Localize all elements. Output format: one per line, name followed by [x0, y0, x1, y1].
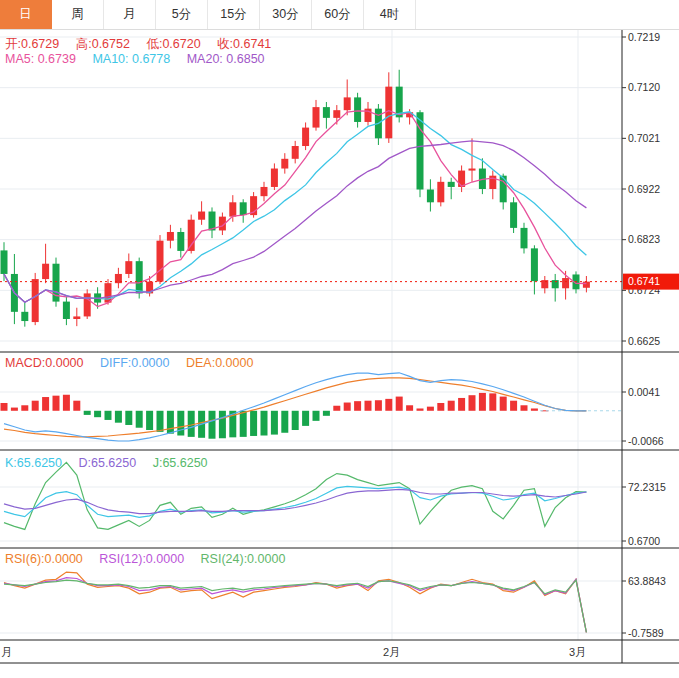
candle-down — [136, 261, 143, 293]
macd-bar-positive — [385, 399, 392, 411]
axis-tick-label: 0.6700 — [628, 535, 660, 547]
macd-bar-positive — [448, 401, 455, 411]
candle-up — [188, 220, 195, 251]
macd-bar-negative — [136, 411, 143, 428]
candle-up — [125, 261, 132, 274]
macd-bar-positive — [406, 405, 413, 410]
axis-tick-label: 0.7021 — [628, 132, 660, 144]
macd-bar-negative — [125, 411, 132, 425]
macd-bar-negative — [281, 411, 288, 433]
macd-bar-positive — [63, 395, 70, 411]
macd-bar-negative — [323, 411, 330, 416]
kdj-readout: K:65.6250 D:65.6250 J:65.6250 — [5, 456, 221, 470]
rsi-readout: RSI(6):0.0000 RSI(12):0.0000 RSI(24):0.0… — [5, 552, 298, 566]
ma10-value: MA10: 0.6778 — [92, 52, 170, 66]
macd-histogram — [1, 393, 549, 439]
trading-chart-app: 日 周 月 5分 15分 30分 60分 4时 0.72190.71200.70… — [0, 0, 679, 678]
macd-bar-positive — [365, 401, 372, 411]
k-value: K:65.6250 — [5, 456, 62, 470]
ma10-line — [4, 112, 586, 302]
chart-canvas[interactable]: 0.72190.71200.70210.69220.68230.67240.66… — [0, 0, 679, 678]
low-value: 低:0.6720 — [146, 37, 200, 51]
macd-bar-negative — [157, 411, 164, 432]
x-axis-label: 3月 — [569, 646, 586, 658]
dea-value: DEA:0.0000 — [186, 356, 253, 370]
x-axis-labels: 月2月3月 — [1, 646, 586, 658]
macd-bar-negative — [188, 411, 195, 437]
candle-up — [583, 282, 590, 288]
macd-bar-negative — [209, 411, 216, 439]
macd-bar-negative — [240, 411, 247, 437]
candle-up — [437, 182, 444, 202]
macd-bar-negative — [84, 411, 91, 415]
candle-down — [323, 107, 330, 118]
diff-line — [4, 373, 586, 441]
ma5-line — [4, 111, 586, 307]
candle-up — [42, 264, 49, 279]
macd-bar-negative — [146, 411, 153, 430]
rsi24-value: RSI(24):0.0000 — [201, 552, 286, 566]
macd-bar-negative — [250, 411, 257, 436]
candle-up — [333, 110, 340, 118]
open-value: 开:0.6729 — [5, 37, 59, 51]
candle-up — [73, 316, 80, 319]
macd-bar-positive — [21, 405, 28, 410]
candle-up — [198, 212, 205, 220]
macd-bar-negative — [167, 411, 174, 434]
ohlc-readout: 开:0.6729 高:0.6752 低:0.6720 收:0.6741 — [5, 36, 284, 53]
y-axis-labels: 0.72190.71200.70210.69220.68230.67240.66… — [622, 31, 666, 639]
x-axis-label: 2月 — [383, 646, 400, 658]
macd-bar-positive — [531, 408, 538, 410]
candle-up — [157, 241, 164, 282]
candle-down — [63, 302, 70, 319]
high-value: 高:0.6752 — [76, 37, 130, 51]
macd-bar-positive — [354, 401, 361, 411]
axis-tick-label: 0.7120 — [628, 81, 660, 93]
ma5-value: MA5: 0.6739 — [5, 52, 76, 66]
candle-up — [229, 202, 236, 216]
macd-bar-positive — [1, 403, 8, 411]
candle-down — [177, 232, 184, 251]
candle-down — [21, 312, 28, 321]
diff-value: DIFF:0.0000 — [100, 356, 169, 370]
d-line — [4, 489, 586, 513]
candle-down — [531, 248, 538, 281]
axis-tick-label: 0.6823 — [628, 233, 660, 245]
candle-up — [84, 293, 91, 316]
candle-up — [261, 187, 268, 196]
macd-bar-negative — [313, 411, 320, 421]
candle-up — [32, 279, 39, 322]
macd-bar-negative — [177, 411, 184, 436]
macd-bar-negative — [94, 411, 101, 417]
ma-readout: MA5: 0.6739 MA10: 0.6778 MA20: 0.6850 — [5, 52, 278, 66]
x-axis-label: 月 — [1, 646, 12, 658]
macd-bar-positive — [458, 398, 465, 411]
macd-bar-positive — [11, 408, 18, 411]
macd-bar-positive — [396, 397, 403, 411]
macd-bar-positive — [469, 395, 476, 411]
macd-bar-positive — [489, 393, 496, 410]
macd-bar-positive — [73, 401, 80, 411]
j-line — [4, 462, 586, 529]
candle-up — [458, 171, 465, 187]
axis-tick-label: 0.6922 — [628, 183, 660, 195]
current-price-value: 0.6741 — [628, 275, 660, 287]
macd-bar-positive — [479, 393, 486, 411]
candle-up — [167, 232, 174, 241]
macd-bar-positive — [375, 400, 382, 411]
macd-value: MACD:0.0000 — [5, 356, 84, 370]
candle-up — [302, 128, 309, 146]
macd-bar-positive — [510, 401, 517, 411]
candlestick-layer — [1, 70, 590, 327]
axis-tick-label: 63.8843 — [628, 575, 666, 587]
macd-bar-negative — [261, 411, 268, 436]
macd-bar-positive — [500, 397, 507, 411]
macd-bar-negative — [219, 411, 226, 438]
axis-frame — [0, 30, 679, 663]
candle-up — [541, 280, 548, 288]
macd-bar-positive — [53, 396, 60, 411]
candle-down — [448, 182, 455, 187]
rsi6-value: RSI(6):0.0000 — [5, 552, 83, 566]
close-value: 收:0.6741 — [217, 37, 271, 51]
macd-bar-negative — [115, 411, 122, 423]
